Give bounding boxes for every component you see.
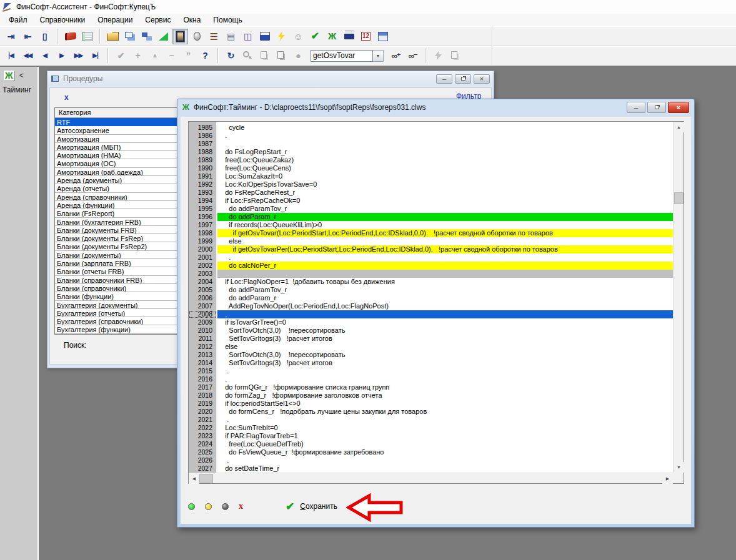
search-input[interactable] — [311, 50, 373, 62]
combo-dropdown-button[interactable]: ▼ — [373, 50, 384, 62]
save-floppy-icon[interactable] — [375, 29, 390, 44]
code-line[interactable]: 2021 . — [189, 416, 673, 424]
category-row[interactable]: Бухгалтерия (справочники) — [55, 317, 177, 325]
code-editor[interactable]: 1985 cycle 1986 . 1987 — [188, 121, 684, 484]
status-dark-button[interactable] — [222, 503, 229, 510]
minimize-button[interactable]: – — [627, 102, 645, 113]
code-line[interactable]: 2025 do FsViewQueue_r !формирование затр… — [189, 448, 673, 456]
code-titlebar[interactable]: Ж ФинСофт:Тайминг - D:\claproects11\fsop… — [177, 99, 694, 115]
category-row[interactable]: RTF — [55, 118, 177, 126]
find-remove-icon[interactable]: ∞⁻ — [405, 48, 420, 64]
code-line[interactable]: 2024 free(Loc:QueueDefTreb) — [189, 440, 673, 448]
code-line[interactable]: 1997 if records(Loc:QueueKliLim)>0 — [189, 221, 673, 229]
add-icon[interactable]: + — [130, 48, 146, 64]
code-line[interactable]: 1998 if getOsvTovar(Loc:PeriodStart,Loc:… — [189, 229, 673, 237]
code-line[interactable]: 2023 if PAR:FlagTovarTreb=1 — [189, 432, 673, 440]
form-list-icon[interactable] — [79, 29, 95, 44]
code-line[interactable]: 2019 if loc:periodStartSel1<>0 — [189, 400, 673, 408]
network-computers-icon[interactable] — [139, 29, 154, 44]
category-row[interactable]: Аренда (справочники) — [55, 193, 177, 201]
help-icon[interactable]: ? — [197, 48, 213, 64]
code-line[interactable]: 2011 SetTovGrItogs(3) !расчет итогов — [189, 335, 673, 343]
calendar-12-icon[interactable]: 12 — [358, 29, 374, 44]
scroll-left-icon[interactable]: ◀ — [189, 473, 199, 484]
code-line[interactable]: 2009 if isTovarGrTree()=0 — [189, 318, 673, 327]
check-icon[interactable]: ✔ — [307, 29, 323, 44]
next-fast-icon[interactable]: ▶▶ — [71, 48, 86, 64]
lightning-icon[interactable] — [274, 29, 289, 44]
category-row[interactable]: Амортизация (МБП) — [55, 143, 177, 151]
vertical-scroll-thumb[interactable] — [674, 192, 684, 204]
category-row[interactable]: Амортизация (НМА) — [55, 151, 177, 159]
code-line[interactable]: 2006 do addParam_r — [189, 294, 673, 302]
save-button[interactable]: ✔ Сохранить — [286, 500, 337, 513]
exit-in-icon[interactable]: ⇥ — [3, 29, 19, 44]
category-column-header[interactable]: Категория — [55, 108, 177, 118]
code-line[interactable]: 1990 free(Loc:QueueCens) — [189, 164, 673, 172]
code-line[interactable]: 2013 SortTovOtch(3,0) !пересортировать — [189, 351, 673, 359]
exit-out-icon[interactable]: ⇤ — [20, 29, 36, 44]
code-line[interactable]: 2004 if Loc:FlagNoOper=1 !добавить товар… — [189, 278, 673, 286]
open-book-icon[interactable]: ◫ — [240, 29, 256, 44]
category-row[interactable]: Амортизация — [55, 135, 177, 143]
printer-icon[interactable] — [341, 29, 357, 44]
menu-windows[interactable]: Окна — [177, 14, 207, 26]
code-line[interactable]: 1987 — [189, 140, 673, 148]
restore-button[interactable] — [647, 102, 666, 113]
category-row[interactable]: Бланки (функции) — [55, 292, 177, 300]
scroll-up-icon[interactable]: ▲ — [674, 122, 684, 132]
sidebar-collapse-button[interactable]: < — [19, 71, 24, 80]
code-line[interactable]: 2018 do formZag_r !формирование заголовк… — [189, 391, 673, 400]
debug-bug-icon[interactable]: Ж — [324, 29, 340, 44]
category-row[interactable]: Бланки (FsReport) — [55, 209, 177, 217]
up-triangle-icon[interactable]: ▲ — [147, 48, 162, 64]
mouse-icon[interactable] — [189, 29, 205, 44]
code-line[interactable]: 2022 Loc:SumTrebIt=0 — [189, 424, 673, 432]
prev-fast-icon[interactable]: ◀◀ — [20, 48, 36, 64]
next-record-icon[interactable]: ▶ — [54, 48, 69, 64]
code-line[interactable]: 2012 else — [189, 343, 673, 351]
category-row[interactable]: Аренда (функции) — [55, 201, 177, 209]
code-line[interactable]: 2015 . — [189, 367, 673, 375]
category-row[interactable]: Бланки (документы FsRep2) — [55, 242, 177, 250]
category-row[interactable]: Бухгалтерия (отчеты) — [55, 309, 177, 317]
code-line[interactable]: 2000 if getOsvTovarPer(Loc:PeriodStart,L… — [189, 245, 673, 253]
find-add-icon[interactable]: ∞⁺ — [388, 48, 404, 64]
open-folder-icon[interactable] — [105, 29, 121, 44]
code-line[interactable]: 1996 do addParam_r — [189, 213, 673, 221]
menu-service[interactable]: Сервис — [139, 14, 177, 26]
menu-file[interactable]: Файл — [2, 14, 34, 26]
new-window-icon[interactable]: ▯ — [37, 29, 52, 44]
category-row[interactable]: Амортизация (ОС) — [55, 159, 177, 167]
menu-help[interactable]: Помощь — [207, 14, 248, 26]
code-line[interactable]: 1985 cycle — [189, 124, 673, 132]
scroll-down-icon[interactable]: ▼ — [674, 462, 684, 473]
restore-button[interactable] — [455, 74, 471, 84]
code-line[interactable]: 1989 free(Loc:QueueZakaz) — [189, 156, 673, 164]
app-titlebar[interactable]: ФинСофт-Ассистент - ФинСофт:КупецЪ — [0, 0, 736, 14]
paste-icon[interactable] — [274, 48, 289, 64]
minimize-button[interactable]: – — [436, 74, 452, 84]
status-yellow-button[interactable] — [205, 503, 212, 510]
category-row[interactable]: Бланки (отчеты FRB) — [55, 267, 177, 275]
prev-record-icon[interactable]: ◀ — [37, 48, 52, 64]
category-row[interactable]: Бланки (документы FsRep) — [55, 234, 177, 242]
clear-filter-link[interactable]: x — [64, 93, 69, 102]
database-icon[interactable] — [257, 29, 272, 44]
export-disabled-icon[interactable] — [447, 48, 463, 64]
refresh-icon[interactable]: ↻ — [223, 48, 239, 64]
code-line[interactable]: 2010 SortTovOtch(3,0) !пересортировать — [189, 327, 673, 335]
category-row[interactable]: Бланки (зарплата FRB) — [55, 259, 177, 267]
code-line[interactable]: 2002 do calcNoPer_r — [189, 262, 673, 270]
code-line[interactable]: 2016 . — [189, 375, 673, 383]
code-line[interactable]: 1995 do addParamTov_r — [189, 205, 673, 213]
first-record-icon[interactable]: |◀ — [3, 48, 19, 64]
code-line[interactable]: 1993 do FsRepCacheRest_r — [189, 189, 673, 197]
wind-face-icon[interactable]: ☺ — [291, 29, 306, 44]
horizontal-scrollbar[interactable]: ◀ ▶ — [189, 473, 673, 483]
category-row[interactable]: Бухгалтерия (функции) — [55, 325, 177, 333]
code-line[interactable]: 1986 . — [189, 132, 673, 140]
code-line[interactable]: 2027 do setDateTime_r — [189, 464, 673, 473]
ruler-triangle-icon[interactable] — [156, 29, 171, 44]
picture-icon[interactable] — [172, 29, 188, 44]
